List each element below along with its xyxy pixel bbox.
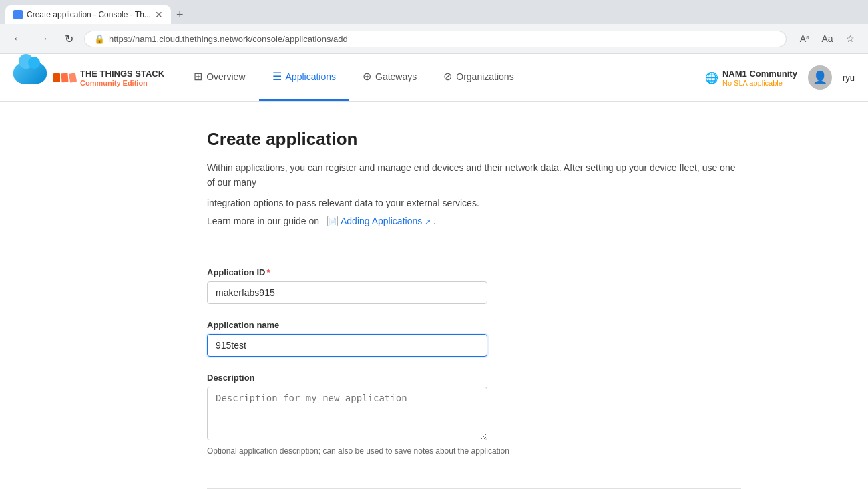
app-id-required: *	[266, 267, 270, 277]
description-label: Description	[207, 373, 741, 383]
tab-gateways[interactable]: ⊕ Gateways	[349, 54, 430, 101]
overview-icon: ⊞	[194, 70, 202, 83]
description-hint: Optional application description; can al…	[207, 446, 741, 456]
tab-close-button[interactable]: ✕	[155, 9, 163, 20]
gateways-icon: ⊕	[363, 70, 371, 83]
section-divider-top	[207, 247, 741, 247]
page-title: Create application	[207, 129, 741, 150]
translate-button[interactable]: Aᵃ	[795, 29, 815, 49]
community-sla: No SLA applicable	[722, 79, 797, 87]
back-button[interactable]: ←	[8, 29, 28, 49]
logo-area: THE THINGS STACK Community Edition	[13, 61, 164, 94]
nav-tabs: ⊞ Overview ☰ Applications ⊕ Gateways ⊘ O…	[180, 54, 705, 101]
community-info: 🌐 NAM1 Community No SLA applicable	[705, 69, 797, 87]
tab-organizations-label: Organizations	[456, 71, 513, 82]
logo-text: THE THINGS STACK Community Edition	[80, 69, 164, 87]
app-id-input[interactable]	[207, 281, 487, 304]
browser-nav-icons: Aᵃ Aa ☆	[795, 29, 860, 49]
url-text: https://nam1.cloud.thethings.network/con…	[109, 34, 348, 44]
logo-page-1	[53, 73, 60, 82]
guide-link-label: Adding Applications	[341, 216, 422, 226]
tab-overview[interactable]: ⊞ Overview	[180, 54, 258, 101]
applications-icon: ☰	[272, 70, 282, 83]
browser-chrome: Create application - Console - Th... ✕ +…	[0, 0, 868, 54]
tab-bar: Create application - Console - Th... ✕ +	[0, 0, 868, 24]
app-id-group: Application ID*	[207, 267, 741, 304]
logo-stack: THE THINGS STACK Community Edition	[53, 69, 164, 87]
external-link-icon: ↗	[425, 218, 431, 226]
ttn-logo-icon	[13, 61, 47, 94]
logo-page-3	[69, 73, 77, 83]
tab-gateways-label: Gateways	[375, 71, 417, 82]
main-content: Create application Within applications, …	[114, 102, 754, 489]
refresh-button[interactable]: ↻	[59, 29, 79, 49]
community-text: NAM1 Community No SLA applicable	[722, 69, 797, 87]
header-right: 🌐 NAM1 Community No SLA applicable 👤 ryu	[705, 65, 855, 90]
page-desc-1: Within applications, you can register an…	[207, 160, 741, 190]
app-name-input[interactable]	[207, 334, 487, 357]
section-divider-bottom	[207, 472, 741, 472]
bookmark-button[interactable]: ☆	[840, 29, 860, 49]
reader-button[interactable]: Aa	[817, 29, 837, 49]
tab-favicon	[13, 10, 23, 19]
logo-title: THE THINGS STACK	[80, 69, 164, 79]
organizations-icon: ⊘	[443, 70, 452, 83]
active-tab[interactable]: Create application - Console - Th... ✕	[5, 5, 171, 24]
avatar-icon: 👤	[813, 70, 827, 85]
globe-icon: 🌐	[705, 71, 718, 84]
address-bar[interactable]: 🔒 https://nam1.cloud.thethings.network/c…	[84, 31, 787, 47]
avatar[interactable]: 👤	[808, 65, 832, 90]
app-header: THE THINGS STACK Community Edition ⊞ Ove…	[0, 54, 868, 102]
nav-bar: ← → ↻ 🔒 https://nam1.cloud.thethings.net…	[0, 24, 868, 53]
logo-page-2	[61, 73, 68, 82]
tab-applications-label: Applications	[286, 71, 337, 82]
guide-suffix: .	[433, 216, 436, 226]
guide-link-text: Learn more in our guide on 📄 Adding Appl…	[207, 216, 741, 226]
new-tab-button[interactable]: +	[174, 8, 186, 22]
adding-applications-link[interactable]: Adding Applications ↗	[341, 216, 431, 226]
forward-button[interactable]: →	[33, 29, 53, 49]
community-name: NAM1 Community	[722, 69, 797, 79]
logo-subtitle: Community Edition	[80, 79, 164, 87]
tab-organizations[interactable]: ⊘ Organizations	[430, 54, 527, 101]
app-name-label: Application name	[207, 320, 741, 330]
guide-prefix: Learn more in our guide on	[207, 216, 319, 226]
tab-overview-label: Overview	[206, 71, 245, 82]
tab-title: Create application - Console - Th...	[27, 10, 151, 19]
username: ryu	[843, 73, 855, 83]
app-id-label-text: Application ID	[207, 267, 265, 277]
logo-pages	[53, 73, 76, 82]
guide-icon: 📄	[327, 216, 338, 226]
cloud-shape	[13, 61, 47, 84]
description-group: Description Optional application descrip…	[207, 373, 741, 456]
tab-applications[interactable]: ☰ Applications	[259, 54, 350, 101]
app-name-group: Application name	[207, 320, 741, 357]
page-desc-2: integration options to pass relevant dat…	[207, 196, 741, 210]
description-textarea[interactable]	[207, 387, 487, 440]
app-id-label: Application ID*	[207, 267, 741, 277]
